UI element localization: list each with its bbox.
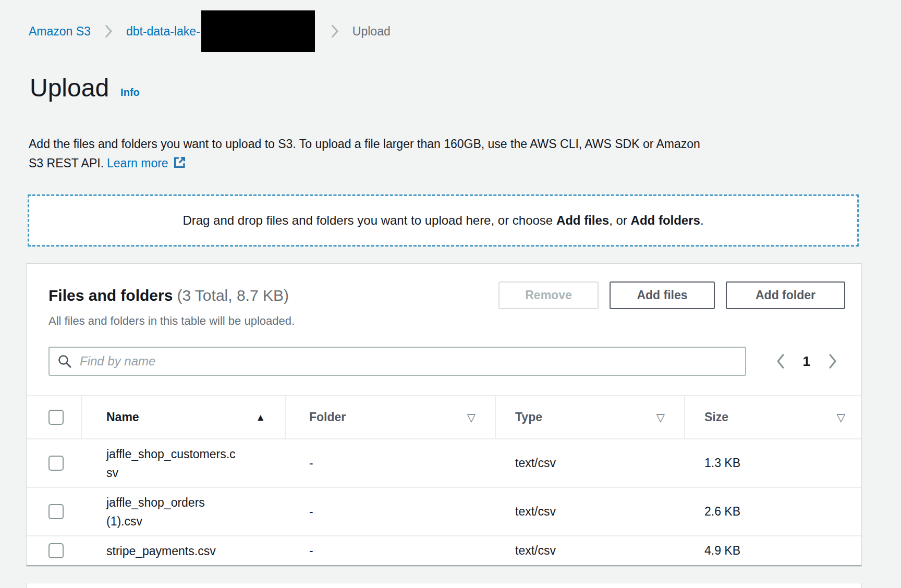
file-size: 4.9 KB <box>685 544 862 558</box>
file-name: jaffle_shop_customers.csv <box>106 445 240 482</box>
column-header-size[interactable]: Size ▽ <box>685 396 862 438</box>
chevron-right-icon <box>104 23 113 39</box>
pagination: 1 <box>775 353 845 370</box>
next-page-button[interactable] <box>827 353 838 370</box>
table-row[interactable]: stripe_payments.csv - text/csv 4.9 KB <box>27 535 861 565</box>
row-checkbox[interactable] <box>48 504 64 519</box>
table-body: jaffle_shop_customers.csv - text/csv 1.3… <box>27 438 861 565</box>
panel-title: Files and folders(3 Total, 8.7 KB) <box>48 281 289 309</box>
file-name: stripe_payments.csv <box>106 542 240 560</box>
dropzone[interactable]: Drag and drop files and folders you want… <box>28 194 859 247</box>
select-all-checkbox[interactable] <box>48 410 64 425</box>
learn-more-link[interactable]: Learn more <box>107 156 187 170</box>
files-panel: Files and folders(3 Total, 8.7 KB) Remov… <box>26 263 862 566</box>
add-folder-button[interactable]: Add folder <box>726 281 845 309</box>
table-row[interactable]: jaffle_shop_orders (1).csv - text/csv 2.… <box>27 487 861 535</box>
file-size: 2.6 KB <box>685 505 862 519</box>
panel-actions: Remove Add files Add folder <box>498 281 845 309</box>
s3-upload-page: Amazon S3 dbt-data-lake- Upload Upload I… <box>0 0 901 588</box>
file-type: text/csv <box>496 544 685 558</box>
page-header: Upload Info <box>30 73 140 103</box>
table-row[interactable]: jaffle_shop_customers.csv - text/csv 1.3… <box>27 438 861 487</box>
page-title: Upload <box>30 73 109 103</box>
description-line2: S3 REST API. <box>29 156 104 170</box>
file-folder: - <box>286 544 496 558</box>
breadcrumb-current-page: Upload <box>352 24 391 39</box>
description-line1: Add the files and folders you want to up… <box>29 137 700 151</box>
previous-page-button[interactable] <box>775 353 786 370</box>
panel-subtitle: All files and folders in this table will… <box>48 313 845 329</box>
file-folder: - <box>286 456 496 470</box>
file-size: 1.3 KB <box>685 456 862 470</box>
search-icon <box>57 354 72 371</box>
search-input[interactable] <box>48 347 746 376</box>
filter-icon[interactable]: ▽ <box>656 411 665 424</box>
column-header-folder[interactable]: Folder ▽ <box>286 396 496 438</box>
next-panel-top-edge <box>26 583 862 588</box>
external-link-icon <box>173 155 187 175</box>
select-all-cell <box>27 396 82 438</box>
add-files-button[interactable]: Add files <box>610 281 715 309</box>
dropzone-text: Drag and drop files and folders you want… <box>182 213 703 228</box>
current-page-number[interactable]: 1 <box>803 353 810 370</box>
files-table: Name ▲ Folder ▽ Type ▽ Size ▽ jaffle_sho… <box>27 395 861 565</box>
remove-button[interactable]: Remove <box>498 281 599 309</box>
filter-icon[interactable]: ▽ <box>467 411 476 424</box>
row-checkbox[interactable] <box>48 543 64 558</box>
file-type: text/csv <box>496 505 685 519</box>
redacted-bucket-name <box>201 10 315 52</box>
table-header: Name ▲ Folder ▽ Type ▽ Size ▽ <box>27 395 861 438</box>
file-name: jaffle_shop_orders (1).csv <box>106 493 240 531</box>
search-box <box>48 347 746 376</box>
column-header-name[interactable]: Name ▲ <box>82 396 286 438</box>
chevron-right-icon <box>331 23 339 39</box>
row-checkbox[interactable] <box>48 456 64 471</box>
filter-icon[interactable]: ▽ <box>837 411 845 424</box>
breadcrumb-amazon-s3[interactable]: Amazon S3 <box>29 24 91 39</box>
panel-counter: (3 Total, 8.7 KB) <box>177 287 289 304</box>
breadcrumb: Amazon S3 dbt-data-lake- Upload <box>29 10 391 52</box>
info-link[interactable]: Info <box>120 87 140 103</box>
sort-ascending-icon[interactable]: ▲ <box>255 412 265 423</box>
file-folder: - <box>286 505 496 519</box>
file-type: text/csv <box>496 456 685 470</box>
page-description: Add the files and folders you want to up… <box>29 134 873 175</box>
breadcrumb-bucket-link[interactable]: dbt-data-lake- <box>126 24 200 39</box>
column-header-type[interactable]: Type ▽ <box>496 396 685 438</box>
